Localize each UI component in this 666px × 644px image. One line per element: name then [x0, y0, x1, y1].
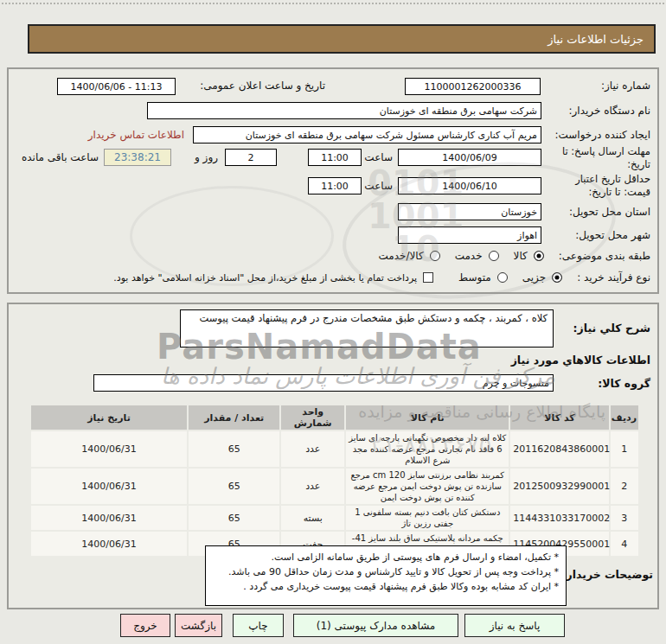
- table-cell: 3: [611, 506, 638, 530]
- table-cell: 4: [611, 532, 638, 556]
- table-row: 31144331033170002دستکش کتان بافت دنیم بس…: [31, 506, 638, 530]
- validity-hour-label: ساعت: [364, 180, 393, 192]
- buyer-org-field[interactable]: شرکت سهامی برق منطقه ای خوزستان: [147, 102, 541, 119]
- buyer-notes-box: * تکمیل، امضاء و ارسال فرم های پیوستی از…: [205, 545, 567, 606]
- treasury-note-label: پرداخت تمام یا بخشی از مبلغ خرید،از محل …: [113, 272, 417, 284]
- goods-table: ردیفکد کالانام کالاواحد شمارشتعداد / مقد…: [29, 404, 640, 558]
- table-cell: 1144331033170002: [510, 506, 608, 530]
- buyer-notes-label: توضیحات خریدار:: [561, 568, 653, 581]
- table-cell: بسته: [281, 506, 344, 530]
- column-header: واحد شمارش: [281, 405, 344, 430]
- deadline-hour-label: ساعت: [364, 151, 393, 163]
- buyer-org-label: نام دستگاه خریدار:: [569, 105, 651, 117]
- note-line: * تکمیل، امضاء و ارسال فرم های پیوستی از…: [213, 550, 559, 564]
- need-details-page: جزئیات اطلاعات نیاز شماره نیاز: 11000012…: [0, 0, 666, 644]
- respond-to-need-button[interactable]: پاسخ به نیاز: [464, 614, 565, 637]
- radio-goods-label: کالا: [514, 250, 528, 262]
- need-description-section: شرح کلي نیاز: کلاه ، کمربند ، چکمه و دست…: [7, 303, 659, 609]
- table-row: 12011620843860001کلاه لبه دار مخصوص نگهب…: [31, 431, 638, 467]
- table-row: 22012500932990001کمربند نظامی برزنتی سای…: [31, 469, 638, 504]
- subject-classification-label: طبقه بندی موضوعی:: [559, 250, 650, 262]
- back-button[interactable]: بازگشت: [175, 614, 222, 637]
- table-cell: 65: [189, 431, 279, 467]
- price-validity-label: حداقل تاریخ اعتبار قیمت: تا تاریخ:: [559, 173, 650, 199]
- radio-goods-service-label: کالا/خدمت: [378, 250, 423, 262]
- table-cell: 1400/06/31: [31, 431, 187, 467]
- subject-classification-row: طبقه بندی موضوعی: کالا خدمت کالا/خدمت: [378, 250, 650, 262]
- table-cell: 2: [611, 469, 638, 504]
- table-cell: کمربند نظامی برزنتی سایز 120 cm مرجع ساز…: [346, 469, 509, 504]
- column-header: تاریخ نیاز: [31, 405, 187, 430]
- table-cell: دستکش کتان بافت دنیم بسته سلفونی 1 جفتی …: [346, 506, 509, 530]
- radio-medium-label: متوسط: [458, 271, 491, 284]
- remaining-days-field[interactable]: 2: [225, 149, 277, 166]
- table-cell: کلاه لبه دار مخصوص نگهبانی پارچه ای سایز…: [346, 431, 509, 467]
- table-cell: 2011620843860001: [510, 431, 608, 467]
- validity-time-field[interactable]: 11:00: [308, 177, 362, 194]
- note-line: * ایران کد مشابه بوده وکالا طبق فرم پیشن…: [213, 579, 559, 594]
- column-header: نام کالا: [346, 405, 509, 430]
- announce-datetime-field[interactable]: 1400/06/06 - 11:13: [57, 78, 176, 95]
- buyer-contact-link[interactable]: اطلاعات تماس خریدار: [88, 129, 184, 141]
- table-cell: 1400/06/31: [31, 532, 187, 556]
- goods-group-field[interactable]: منسوجات و چرم: [93, 374, 554, 392]
- column-header: تعداد / مقدار: [189, 405, 279, 430]
- column-header: کد کالا: [510, 405, 608, 430]
- goods-table-body: 12011620843860001کلاه لبه دار مخصوص نگهب…: [31, 431, 638, 556]
- goods-info-title: اطلاعات کالاهاي مورد نیاز: [511, 354, 650, 367]
- delivery-city-field[interactable]: اهواز: [398, 226, 541, 244]
- delivery-province-field[interactable]: خوزستان: [398, 203, 541, 220]
- countdown-timer: 23:38:21: [104, 149, 171, 166]
- table-cell: عدد: [281, 469, 344, 504]
- radio-service[interactable]: [489, 251, 499, 261]
- need-description-field[interactable]: کلاه ، کمربند ، چکمه و دستکش طبق مشخصات …: [180, 309, 554, 348]
- response-deadline-label: مهلت ارسال پاسخ: تا تاریخ:: [559, 145, 650, 171]
- goods-table-header: ردیفکد کالانام کالاواحد شمارشتعداد / مقد…: [31, 405, 638, 430]
- table-cell: 2012500932990001: [510, 469, 608, 504]
- request-creator-label: ایجاد کننده درخواست:: [554, 129, 650, 141]
- delivery-city-label: شهر محل تحویل:: [575, 229, 650, 241]
- table-cell: 1400/06/31: [31, 506, 187, 530]
- top-dotted-divider: [2, 3, 664, 4]
- page-title-bar: جزئیات اطلاعات نیاز: [28, 24, 656, 54]
- goods-group-label: گروه کالا:: [598, 377, 650, 390]
- table-cell: 1400/06/31: [31, 469, 187, 504]
- validity-date-field[interactable]: 1400/06/10: [398, 177, 541, 194]
- note-line: * پرداخت وجه پس از تحویل کالا و تایید کا…: [213, 564, 559, 579]
- delivery-province-label: استان محل تحویل:: [569, 206, 650, 218]
- days-and-label: روز و: [195, 151, 218, 163]
- purchase-process-row: نوع فرآیند خرید : جزیی متوسط پرداخت تمام…: [113, 271, 650, 284]
- need-number-label: شماره نیاز:: [601, 80, 650, 92]
- table-cell: 65: [189, 506, 279, 530]
- exit-button[interactable]: خروج: [120, 614, 170, 637]
- view-attached-documents-button[interactable]: مشاهده مدارک پیوستی (1): [293, 614, 458, 637]
- need-number-field[interactable]: 1100001262000336: [405, 78, 541, 95]
- radio-service-label: خدمت: [455, 250, 483, 262]
- announce-datetime-label: تاریخ و ساعت اعلان عمومی:: [200, 80, 325, 92]
- table-cell: 65: [189, 469, 279, 504]
- hours-remaining-label: ساعت باقی مانده: [22, 151, 99, 163]
- page-title: جزئیات اطلاعات نیاز: [548, 33, 644, 46]
- radio-goods-service[interactable]: [430, 251, 440, 261]
- radio-medium[interactable]: [497, 272, 508, 283]
- column-header: ردیف: [611, 405, 638, 430]
- deadline-time-field[interactable]: 11:00: [308, 149, 362, 166]
- request-creator-field[interactable]: مریم آب کناری کارشناس مسئول شرکت سهامی ب…: [193, 126, 541, 143]
- deadline-date-field[interactable]: 1400/06/09: [398, 149, 541, 166]
- need-info-form: شماره نیاز: 1100001262000336 تاریخ و ساع…: [7, 67, 659, 294]
- treasury-checkbox[interactable]: [423, 272, 433, 283]
- radio-goods[interactable]: [534, 251, 544, 261]
- radio-partial[interactable]: [552, 272, 562, 283]
- table-cell: 1: [611, 431, 638, 467]
- print-button[interactable]: چاپ: [233, 614, 284, 637]
- radio-partial-label: جزیی: [522, 271, 546, 284]
- purchase-process-label: نوع فرآیند خرید :: [577, 271, 650, 284]
- need-description-label: شرح کلي نیاز:: [573, 322, 650, 335]
- table-cell: عدد: [281, 431, 344, 467]
